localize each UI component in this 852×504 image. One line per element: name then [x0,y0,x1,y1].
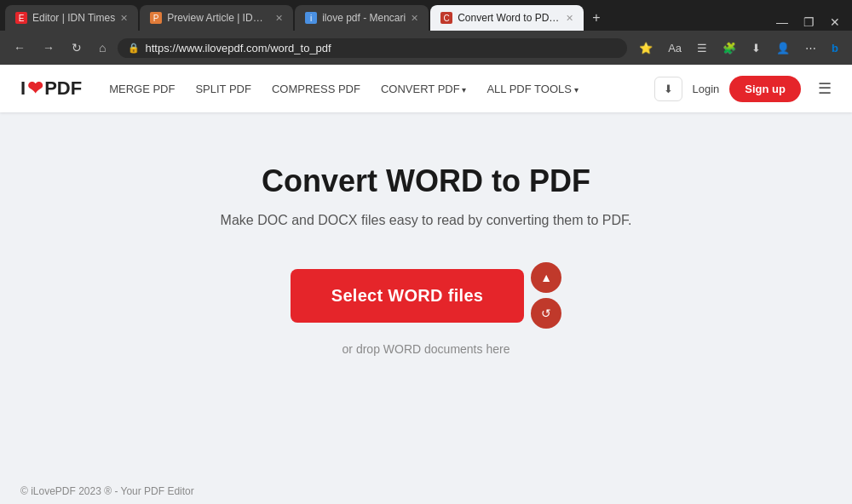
favorites-icon[interactable]: ⭐ [634,38,658,58]
more-options-icon[interactable]: ⋯ [800,38,821,58]
lock-icon: 🔒 [128,43,140,54]
login-button[interactable]: Login [693,83,720,95]
nav-links: MERGE PDF SPLIT PDF COMPRESS PDF CONVERT… [109,83,653,95]
tab-3-favicon: i [305,12,317,24]
nav-merge-pdf[interactable]: MERGE PDF [109,83,175,95]
extensions-icon[interactable]: 🧩 [717,38,741,58]
logo: I ❤ PDF [20,77,82,100]
nav-convert-pdf[interactable]: CONVERT PDF [381,83,466,95]
upload-cloud-icon: ▲ [540,271,552,284]
logo-prefix: I [20,77,26,100]
tab-2-close[interactable]: ✕ [275,13,283,24]
profile-icon[interactable]: 👤 [771,38,795,58]
window-controls: — ❐ ✕ [769,14,847,31]
website-content: I ❤ PDF MERGE PDF SPLIT PDF COMPRESS PDF… [0,65,852,487]
google-drive-button[interactable]: ↺ [531,298,561,329]
address-input-wrap[interactable]: 🔒 https://www.ilovepdf.com/word_to_pdf [118,38,627,58]
upload-area: Select WORD files ▲ ↺ or drop WORD docum… [291,262,561,356]
maximize-button[interactable]: ❐ [797,14,821,31]
close-button[interactable]: ✕ [823,14,847,31]
signup-button[interactable]: Sign up [729,76,801,102]
forward-button[interactable]: → [37,37,60,58]
side-icons: ▲ ↺ [531,262,561,329]
home-button[interactable]: ⌂ [94,37,111,58]
browser-chrome: E Editor | IDN Times ✕ P Preview Article… [0,0,852,65]
upload-cloud-button[interactable]: ▲ [531,262,561,293]
tab-3-close[interactable]: ✕ [411,13,418,24]
logo-suffix: PDF [44,77,82,100]
hero-subtitle: Make DOC and DOCX files easy to read by … [221,213,632,228]
google-drive-icon: ↺ [541,306,551,320]
footer-text: © iLovePDF 2023 ® - Your PDF Editor [20,485,194,497]
tab-2-label: Preview Article | IDN Times [167,12,270,24]
select-word-files-button[interactable]: Select WORD files [291,269,524,323]
read-aloud-icon[interactable]: Aa [663,38,687,58]
tab-1[interactable]: E Editor | IDN Times ✕ [5,5,138,31]
tab-bar: E Editor | IDN Times ✕ P Preview Article… [0,0,852,31]
tab-2[interactable]: P Preview Article | IDN Times ✕ [140,5,293,31]
hero-section: Convert WORD to PDF Make DOC and DOCX fi… [0,112,852,390]
browser-actions: ⭐ Aa ☰ 🧩 ⬇ 👤 ⋯ b [634,38,843,58]
address-bar: ← → ↻ ⌂ 🔒 https://www.ilovepdf.com/word_… [0,31,852,65]
hero-title: Convert WORD to PDF [262,163,590,199]
tab-2-favicon: P [150,12,162,24]
nav-compress-pdf[interactable]: COMPRESS PDF [272,83,360,95]
tab-1-label: Editor | IDN Times [32,12,115,24]
nav-right: ⬇ Login Sign up ☰ [654,76,832,102]
minimize-button[interactable]: — [769,14,795,31]
navbar: I ❤ PDF MERGE PDF SPLIT PDF COMPRESS PDF… [0,65,852,112]
tab-4-label: Convert Word to PDF. Docum... [458,12,561,24]
nav-split-pdf[interactable]: SPLIT PDF [195,83,251,95]
tab-4-favicon: C [440,12,452,24]
tab-4-close[interactable]: ✕ [566,13,573,24]
collections-icon[interactable]: ☰ [692,38,712,58]
footer: © iLovePDF 2023 ® - Your PDF Editor [0,478,852,504]
menu-button[interactable]: ☰ [818,79,832,98]
tab-3-label: ilove pdf - Mencari [322,12,406,24]
edge-icon[interactable]: b [826,38,843,58]
new-tab-button[interactable]: + [585,7,607,29]
select-btn-row: Select WORD files ▲ ↺ [291,262,561,329]
nav-all-tools[interactable]: ALL PDF TOOLS [486,83,578,95]
address-text: https://www.ilovepdf.com/word_to_pdf [145,42,617,54]
download-icon: ⬇ [664,83,673,95]
refresh-button[interactable]: ↻ [66,37,87,58]
tab-1-favicon: E [15,12,27,24]
tab-4[interactable]: C Convert Word to PDF. Docum... ✕ [430,5,584,31]
tab-1-close[interactable]: ✕ [120,13,128,24]
tab-3[interactable]: i ilove pdf - Mencari ✕ [295,5,429,31]
back-button[interactable]: ← [9,37,31,58]
download-button[interactable]: ⬇ [654,77,682,101]
downloads-icon[interactable]: ⬇ [746,38,766,58]
drop-text: or drop WORD documents here [343,342,510,356]
logo-heart-icon: ❤ [27,77,43,100]
